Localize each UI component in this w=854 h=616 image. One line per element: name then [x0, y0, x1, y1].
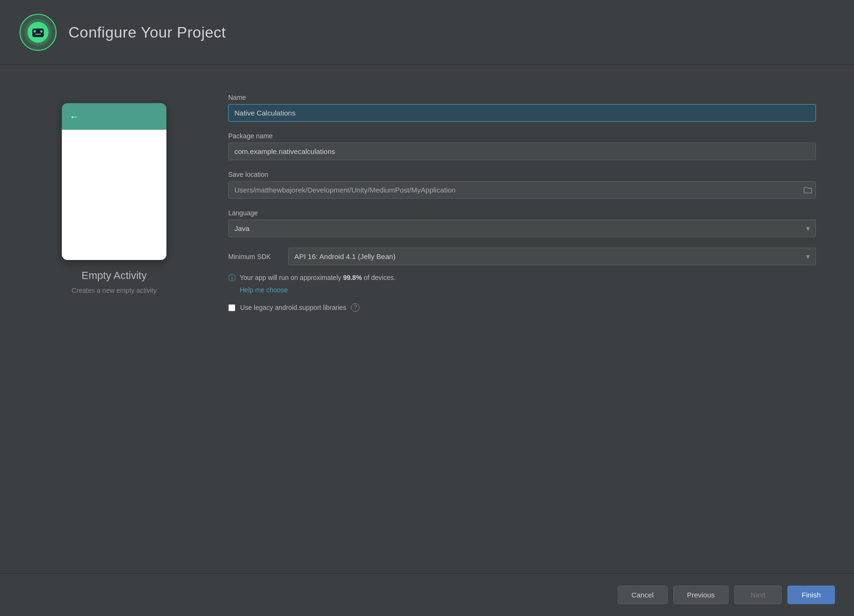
legacy-help-icon[interactable]: ? [351, 303, 359, 312]
browse-folder-button[interactable] [804, 186, 812, 194]
previous-button[interactable]: Previous [673, 586, 728, 604]
phone-preview: ← [62, 103, 166, 260]
next-button: Next [734, 586, 782, 604]
svg-rect-4 [32, 29, 44, 37]
legacy-checkbox-label: Use legacy android.support libraries [240, 304, 346, 311]
save-location-input[interactable] [228, 181, 816, 199]
right-panel: Name Package name Save location Language [228, 89, 816, 555]
svg-point-6 [40, 30, 43, 33]
left-panel: ← Empty Activity Creates a new empty act… [38, 89, 190, 555]
info-percent: 99.8% [343, 274, 362, 281]
min-sdk-label: Minimum SDK [228, 253, 281, 260]
footer: Cancel Previous Next Finish [0, 573, 854, 616]
name-input[interactable] [228, 104, 816, 122]
language-field-group: Language Java Kotlin ▼ [228, 209, 816, 237]
header: Configure Your Project [0, 0, 854, 65]
min-sdk-select[interactable]: API 16: Android 4.1 (Jelly Bean) API 21:… [288, 248, 816, 265]
phone-top-bar: ← [62, 103, 166, 130]
save-location-field-group: Save location [228, 171, 816, 199]
android-studio-logo [19, 13, 57, 51]
language-label: Language [228, 209, 816, 217]
save-location-label: Save location [228, 171, 816, 178]
activity-label: Empty Activity [82, 270, 147, 282]
legacy-checkbox[interactable] [228, 304, 235, 311]
cancel-button[interactable]: Cancel [618, 586, 668, 604]
back-arrow-icon: ← [69, 111, 79, 122]
page-title: Configure Your Project [68, 24, 226, 41]
legacy-checkbox-row: Use legacy android.support libraries ? [228, 303, 816, 312]
info-icon: ⓘ [228, 273, 236, 283]
info-row: ⓘ Your app will run on approximately 99.… [228, 273, 816, 283]
name-field-group: Name [228, 94, 816, 122]
phone-body [62, 130, 166, 260]
package-name-label: Package name [228, 132, 816, 140]
activity-description: Creates a new empty activity [72, 287, 157, 294]
package-name-input[interactable] [228, 143, 816, 160]
language-select-wrapper: Java Kotlin ▼ [228, 220, 816, 237]
main-content: ← Empty Activity Creates a new empty act… [0, 65, 854, 569]
min-sdk-select-wrapper: API 16: Android 4.1 (Jelly Bean) API 21:… [288, 248, 816, 265]
min-sdk-row: Minimum SDK API 16: Android 4.1 (Jelly B… [228, 248, 816, 265]
save-location-wrapper [228, 181, 816, 199]
package-name-field-group: Package name [228, 132, 816, 160]
help-link[interactable]: Help me choose [240, 286, 816, 294]
finish-button[interactable]: Finish [787, 586, 835, 604]
svg-rect-7 [35, 34, 41, 35]
folder-icon [804, 186, 812, 194]
name-label: Name [228, 94, 816, 101]
svg-point-5 [34, 30, 36, 33]
language-select[interactable]: Java Kotlin [228, 220, 816, 237]
info-text: Your app will run on approximately 99.8%… [240, 273, 396, 283]
